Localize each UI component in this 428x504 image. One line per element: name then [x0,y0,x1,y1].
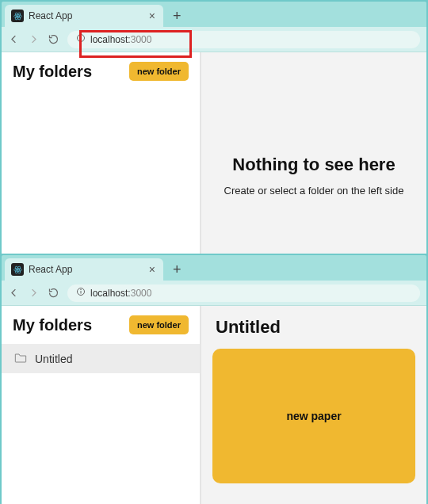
new-folder-button[interactable]: new folder [129,315,189,334]
new-paper-label: new paper [286,410,341,422]
new-tab-button[interactable]: + [166,258,188,281]
sidebar-header: My folders new folder [2,52,200,90]
svg-point-10 [17,269,18,270]
url-text: localhost:3000 [90,34,151,45]
address-bar: localhost:3000 [2,281,426,306]
svg-point-3 [17,15,18,17]
tab-strip: React App × + [2,2,426,27]
url-input[interactable]: localhost:3000 [67,284,420,302]
browser-tab[interactable]: React App × [5,5,163,27]
new-folder-button[interactable]: new folder [129,62,189,81]
sidebar: My folders new folder Untitled [2,306,201,504]
app-content: My folders new folder Untitled Untitled … [2,306,426,504]
site-info-icon[interactable] [76,287,86,299]
forward-button[interactable] [28,287,40,299]
back-button[interactable] [8,33,20,45]
reload-button[interactable] [48,33,59,45]
main-pane-empty: Nothing to see here Create or select a f… [201,52,426,254]
folder-title: Untitled [216,317,281,338]
tab-close-icon[interactable]: × [147,10,157,22]
svg-point-13 [81,289,82,290]
tab-title: React App [29,10,143,21]
app-content: My folders new folder Nothing to see her… [2,52,426,254]
sidebar-title: My folders [13,63,92,81]
browser-tab[interactable]: React App × [5,258,163,281]
folder-icon [14,352,27,365]
folder-item[interactable]: Untitled [2,344,200,373]
new-paper-card[interactable]: new paper [212,349,415,483]
main-pane-folder: Untitled new paper [201,306,426,504]
sidebar-header: My folders new folder [2,306,200,344]
forward-button[interactable] [28,33,40,45]
tab-close-icon[interactable]: × [147,263,157,276]
tab-title: React App [29,264,143,275]
back-button[interactable] [8,287,20,299]
sidebar: My folders new folder [2,52,201,254]
folder-list: Untitled [2,344,200,504]
url-text: localhost:3000 [90,288,151,299]
address-bar: localhost:3000 [2,27,426,52]
site-info-icon[interactable] [76,33,86,45]
sidebar-title: My folders [13,316,92,334]
svg-point-6 [81,36,82,36]
browser-window-with-folder: React App × + localhost:3000 My folders … [2,255,426,504]
browser-window-initial: React App × + localhost:3000 My folders … [2,2,426,254]
empty-state-title: Nothing to see here [232,155,395,175]
empty-state-subtitle: Create or select a folder on the left si… [224,185,404,197]
folder-name: Untitled [35,353,72,365]
new-tab-button[interactable]: + [166,5,188,27]
react-favicon [11,10,24,22]
url-input[interactable]: localhost:3000 [67,31,420,48]
reload-button[interactable] [48,287,59,299]
tab-strip: React App × + [2,255,426,281]
react-favicon [11,263,24,276]
